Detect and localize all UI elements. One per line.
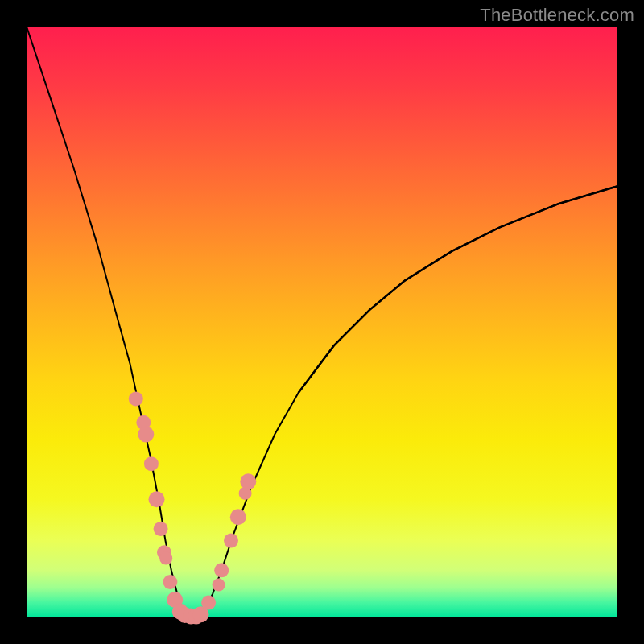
data-marker — [138, 427, 154, 443]
chart-frame: TheBottleneck.com — [0, 0, 644, 644]
data-markers — [129, 391, 256, 624]
curve-path-right — [299, 186, 617, 393]
data-marker — [240, 473, 256, 489]
data-marker — [201, 596, 216, 610]
data-marker — [230, 509, 246, 525]
data-marker — [154, 522, 168, 536]
data-marker — [213, 579, 225, 592]
data-marker — [163, 575, 177, 589]
data-marker — [144, 456, 159, 471]
data-marker — [149, 491, 165, 507]
data-marker — [159, 552, 172, 565]
chart-overlay — [27, 27, 617, 617]
bottleneck-curve — [27, 27, 617, 617]
curve-path — [27, 27, 617, 617]
watermark-text: TheBottleneck.com — [480, 5, 634, 26]
data-marker — [224, 534, 238, 548]
data-marker — [129, 391, 143, 406]
data-marker — [214, 563, 229, 577]
